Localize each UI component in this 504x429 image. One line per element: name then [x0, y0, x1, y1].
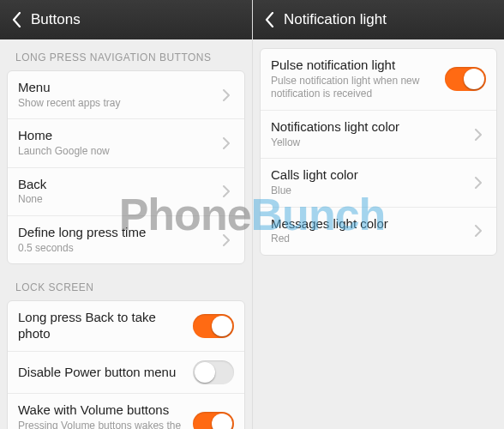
row-title: Wake with Volume buttons	[18, 402, 188, 419]
screen-body: Pulse notification light Pulse notificat…	[253, 39, 504, 429]
header-title: Notification light	[284, 11, 387, 28]
header-bar: Notification light	[253, 0, 504, 39]
row-title: Calls light color	[271, 167, 469, 184]
chevron-right-icon	[222, 89, 234, 101]
section-title-nav: LONG PRESS NAVIGATION BUTTONS	[7, 39, 245, 70]
chevron-right-icon	[222, 234, 234, 246]
screen-body: LONG PRESS NAVIGATION BUTTONS Menu Show …	[0, 39, 252, 429]
row-title: Back	[18, 177, 217, 193]
row-messages-light-color[interactable]: Messages light color Red	[261, 208, 496, 255]
header-bar: Buttons	[0, 0, 252, 39]
header-title: Buttons	[31, 11, 81, 28]
group-nav-buttons: Menu Show recent apps tray Home Launch G…	[7, 70, 245, 264]
chevron-right-icon	[222, 137, 234, 149]
row-notifications-light-color[interactable]: Notifications light color Yellow	[261, 111, 496, 159]
row-sub: Pulse notification light when new notifi…	[271, 75, 440, 101]
row-sub: Show recent apps tray	[18, 97, 217, 111]
group-notification-light: Pulse notification light Pulse notificat…	[260, 48, 497, 256]
row-title: Menu	[18, 80, 217, 96]
row-title: Home	[18, 128, 217, 144]
row-wake-volume[interactable]: Wake with Volume buttons Pressing Volume…	[8, 394, 244, 429]
back-icon[interactable]	[9, 12, 24, 27]
row-title: Disable Power button menu	[18, 365, 188, 381]
row-sub: Yellow	[271, 136, 469, 150]
row-title: Messages light color	[271, 216, 469, 233]
row-sub: Launch Google now	[18, 145, 217, 159]
row-sub: Red	[271, 233, 469, 246]
row-menu[interactable]: Menu Show recent apps tray	[8, 71, 244, 119]
toggle-switch[interactable]	[193, 360, 234, 384]
row-title: Notifications light color	[271, 119, 469, 136]
row-title: Define long press time	[18, 225, 217, 241]
chevron-right-icon	[474, 129, 486, 141]
row-sub: 0.5 seconds	[18, 242, 217, 256]
row-long-press-back-photo[interactable]: Long press Back to take photo	[8, 301, 244, 352]
row-title: Pulse notification light	[271, 57, 440, 74]
group-lock-screen: Long press Back to take photo Disable Po…	[7, 300, 245, 429]
row-title: Long press Back to take photo	[18, 310, 188, 342]
section-title-lock: LOCK SCREEN	[7, 269, 245, 300]
row-sub: None	[18, 193, 217, 207]
row-define-long-press-time[interactable]: Define long press time 0.5 seconds	[8, 216, 244, 263]
chevron-right-icon	[474, 177, 486, 189]
toggle-switch[interactable]	[445, 67, 486, 91]
chevron-right-icon	[474, 225, 486, 237]
row-sub: Blue	[271, 184, 469, 198]
row-back[interactable]: Back None	[8, 168, 244, 216]
screen-buttons: Buttons LONG PRESS NAVIGATION BUTTONS Me…	[0, 0, 252, 429]
toggle-switch[interactable]	[193, 412, 234, 429]
toggle-switch[interactable]	[193, 314, 234, 338]
back-icon[interactable]	[261, 12, 277, 27]
chevron-right-icon	[222, 185, 234, 197]
screen-notification-light: Notification light Pulse notification li…	[252, 0, 504, 429]
row-pulse-notification-light[interactable]: Pulse notification light Pulse notificat…	[261, 49, 496, 111]
row-home[interactable]: Home Launch Google now	[8, 119, 244, 167]
row-calls-light-color[interactable]: Calls light color Blue	[261, 159, 496, 207]
row-disable-power-menu[interactable]: Disable Power button menu	[8, 352, 244, 394]
row-sub: Pressing Volume buttons wakes the device	[18, 420, 188, 429]
